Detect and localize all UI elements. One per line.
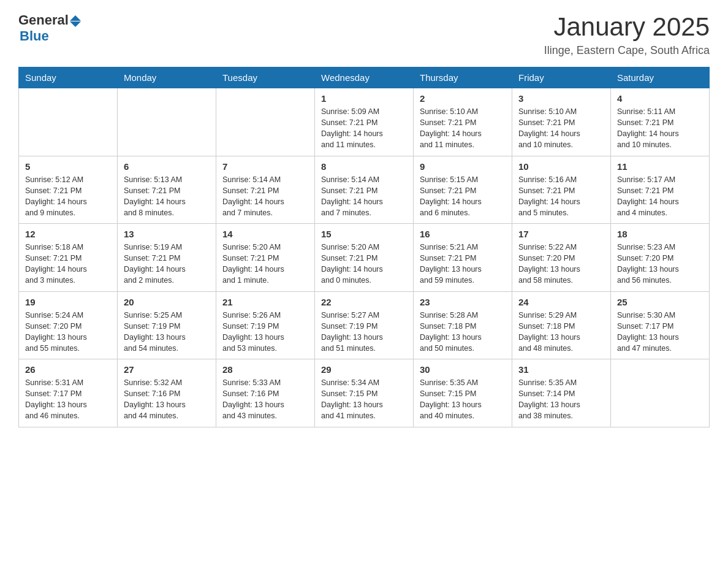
day-info: Sunrise: 5:14 AMSunset: 7:21 PMDaylight:… xyxy=(222,174,308,219)
day-info: Sunrise: 5:16 AMSunset: 7:21 PMDaylight:… xyxy=(518,174,604,219)
calendar-cell: 3Sunrise: 5:10 AMSunset: 7:21 PMDaylight… xyxy=(512,88,611,156)
day-number: 20 xyxy=(124,297,210,307)
day-number: 14 xyxy=(222,229,308,239)
day-info: Sunrise: 5:13 AMSunset: 7:21 PMDaylight:… xyxy=(124,174,210,219)
day-info: Sunrise: 5:30 AMSunset: 7:17 PMDaylight:… xyxy=(617,310,703,354)
calendar-cell: 28Sunrise: 5:33 AMSunset: 7:16 PMDayligh… xyxy=(216,359,315,427)
day-number: 30 xyxy=(420,364,506,375)
day-number: 13 xyxy=(124,229,210,239)
day-number: 31 xyxy=(518,364,604,375)
day-number: 2 xyxy=(420,93,506,104)
calendar-cell: 17Sunrise: 5:22 AMSunset: 7:20 PMDayligh… xyxy=(512,224,611,292)
day-info: Sunrise: 5:29 AMSunset: 7:18 PMDaylight:… xyxy=(518,310,604,354)
day-number: 26 xyxy=(25,364,111,375)
weekday-header-friday: Friday xyxy=(512,67,611,88)
calendar-cell: 30Sunrise: 5:35 AMSunset: 7:15 PMDayligh… xyxy=(414,359,512,427)
calendar-cell: 10Sunrise: 5:16 AMSunset: 7:21 PMDayligh… xyxy=(512,156,611,224)
day-number: 8 xyxy=(321,161,407,172)
day-info: Sunrise: 5:09 AMSunset: 7:21 PMDaylight:… xyxy=(321,106,407,151)
day-info: Sunrise: 5:15 AMSunset: 7:21 PMDaylight:… xyxy=(420,174,506,219)
calendar-cell: 19Sunrise: 5:24 AMSunset: 7:20 PMDayligh… xyxy=(19,291,118,359)
day-info: Sunrise: 5:17 AMSunset: 7:21 PMDaylight:… xyxy=(617,174,703,219)
day-info: Sunrise: 5:27 AMSunset: 7:19 PMDaylight:… xyxy=(321,310,407,354)
day-info: Sunrise: 5:32 AMSunset: 7:16 PMDaylight:… xyxy=(124,377,210,422)
day-info: Sunrise: 5:11 AMSunset: 7:21 PMDaylight:… xyxy=(617,106,703,151)
weekday-header-thursday: Thursday xyxy=(414,67,512,88)
day-info: Sunrise: 5:26 AMSunset: 7:19 PMDaylight:… xyxy=(222,310,308,354)
calendar-cell: 18Sunrise: 5:23 AMSunset: 7:20 PMDayligh… xyxy=(611,224,710,292)
logo-blue: Blue xyxy=(20,28,49,44)
day-info: Sunrise: 5:35 AMSunset: 7:14 PMDaylight:… xyxy=(518,377,604,422)
calendar-week-row: 5Sunrise: 5:12 AMSunset: 7:21 PMDaylight… xyxy=(19,156,710,224)
day-number: 12 xyxy=(25,229,111,239)
page-header: General Blue January 2025 Ilinge, Easter… xyxy=(18,12,710,57)
day-info: Sunrise: 5:19 AMSunset: 7:21 PMDaylight:… xyxy=(124,242,210,286)
day-info: Sunrise: 5:33 AMSunset: 7:16 PMDaylight:… xyxy=(222,377,308,422)
day-number: 11 xyxy=(617,161,703,172)
calendar-cell: 23Sunrise: 5:28 AMSunset: 7:18 PMDayligh… xyxy=(414,291,512,359)
month-title: January 2025 xyxy=(544,12,710,42)
day-number: 5 xyxy=(25,161,111,172)
day-number: 4 xyxy=(617,93,703,104)
weekday-header-saturday: Saturday xyxy=(611,67,710,88)
calendar-week-row: 1Sunrise: 5:09 AMSunset: 7:21 PMDaylight… xyxy=(19,88,710,156)
calendar-cell xyxy=(118,88,216,156)
calendar-cell: 16Sunrise: 5:21 AMSunset: 7:21 PMDayligh… xyxy=(414,224,512,292)
calendar-cell: 14Sunrise: 5:20 AMSunset: 7:21 PMDayligh… xyxy=(216,224,315,292)
day-number: 15 xyxy=(321,229,407,239)
calendar-cell: 31Sunrise: 5:35 AMSunset: 7:14 PMDayligh… xyxy=(512,359,611,427)
calendar-cell: 13Sunrise: 5:19 AMSunset: 7:21 PMDayligh… xyxy=(118,224,216,292)
calendar-week-row: 26Sunrise: 5:31 AMSunset: 7:17 PMDayligh… xyxy=(19,359,710,427)
day-number: 1 xyxy=(321,93,407,104)
day-info: Sunrise: 5:12 AMSunset: 7:21 PMDaylight:… xyxy=(25,174,111,219)
day-info: Sunrise: 5:22 AMSunset: 7:20 PMDaylight:… xyxy=(518,242,604,286)
day-info: Sunrise: 5:25 AMSunset: 7:19 PMDaylight:… xyxy=(124,310,210,354)
day-info: Sunrise: 5:24 AMSunset: 7:20 PMDaylight:… xyxy=(25,310,111,354)
calendar-cell: 22Sunrise: 5:27 AMSunset: 7:19 PMDayligh… xyxy=(315,291,414,359)
day-number: 25 xyxy=(617,297,703,307)
calendar-cell xyxy=(216,88,315,156)
day-number: 23 xyxy=(420,297,506,307)
weekday-header-sunday: Sunday xyxy=(19,67,118,88)
calendar-cell xyxy=(611,359,710,427)
day-info: Sunrise: 5:10 AMSunset: 7:21 PMDaylight:… xyxy=(420,106,506,151)
day-number: 19 xyxy=(25,297,111,307)
day-number: 6 xyxy=(124,161,210,172)
weekday-header-monday: Monday xyxy=(118,67,216,88)
calendar-cell: 1Sunrise: 5:09 AMSunset: 7:21 PMDaylight… xyxy=(315,88,414,156)
calendar-cell: 20Sunrise: 5:25 AMSunset: 7:19 PMDayligh… xyxy=(118,291,216,359)
calendar-cell: 21Sunrise: 5:26 AMSunset: 7:19 PMDayligh… xyxy=(216,291,315,359)
logo: General Blue xyxy=(18,12,81,44)
day-info: Sunrise: 5:21 AMSunset: 7:21 PMDaylight:… xyxy=(420,242,506,286)
day-number: 24 xyxy=(518,297,604,307)
day-number: 16 xyxy=(420,229,506,239)
day-info: Sunrise: 5:31 AMSunset: 7:17 PMDaylight:… xyxy=(25,377,111,422)
day-info: Sunrise: 5:18 AMSunset: 7:21 PMDaylight:… xyxy=(25,242,111,286)
day-number: 9 xyxy=(420,161,506,172)
day-number: 10 xyxy=(518,161,604,172)
day-info: Sunrise: 5:14 AMSunset: 7:21 PMDaylight:… xyxy=(321,174,407,219)
calendar-header-row: SundayMondayTuesdayWednesdayThursdayFrid… xyxy=(19,67,710,88)
calendar-cell: 8Sunrise: 5:14 AMSunset: 7:21 PMDaylight… xyxy=(315,156,414,224)
calendar-cell: 27Sunrise: 5:32 AMSunset: 7:16 PMDayligh… xyxy=(118,359,216,427)
location-title: Ilinge, Eastern Cape, South Africa xyxy=(544,44,710,57)
calendar-cell: 25Sunrise: 5:30 AMSunset: 7:17 PMDayligh… xyxy=(611,291,710,359)
calendar-table: SundayMondayTuesdayWednesdayThursdayFrid… xyxy=(18,67,710,427)
weekday-header-tuesday: Tuesday xyxy=(216,67,315,88)
day-info: Sunrise: 5:20 AMSunset: 7:21 PMDaylight:… xyxy=(321,242,407,286)
calendar-week-row: 12Sunrise: 5:18 AMSunset: 7:21 PMDayligh… xyxy=(19,224,710,292)
calendar-cell: 26Sunrise: 5:31 AMSunset: 7:17 PMDayligh… xyxy=(19,359,118,427)
day-info: Sunrise: 5:28 AMSunset: 7:18 PMDaylight:… xyxy=(420,310,506,354)
calendar-cell: 7Sunrise: 5:14 AMSunset: 7:21 PMDaylight… xyxy=(216,156,315,224)
calendar-cell: 9Sunrise: 5:15 AMSunset: 7:21 PMDaylight… xyxy=(414,156,512,224)
day-number: 29 xyxy=(321,364,407,375)
weekday-header-wednesday: Wednesday xyxy=(315,67,414,88)
calendar-cell: 11Sunrise: 5:17 AMSunset: 7:21 PMDayligh… xyxy=(611,156,710,224)
calendar-cell xyxy=(19,88,118,156)
day-info: Sunrise: 5:35 AMSunset: 7:15 PMDaylight:… xyxy=(420,377,506,422)
calendar-cell: 15Sunrise: 5:20 AMSunset: 7:21 PMDayligh… xyxy=(315,224,414,292)
day-number: 18 xyxy=(617,229,703,239)
day-number: 28 xyxy=(222,364,308,375)
logo-general: General xyxy=(18,12,69,28)
day-info: Sunrise: 5:34 AMSunset: 7:15 PMDaylight:… xyxy=(321,377,407,422)
